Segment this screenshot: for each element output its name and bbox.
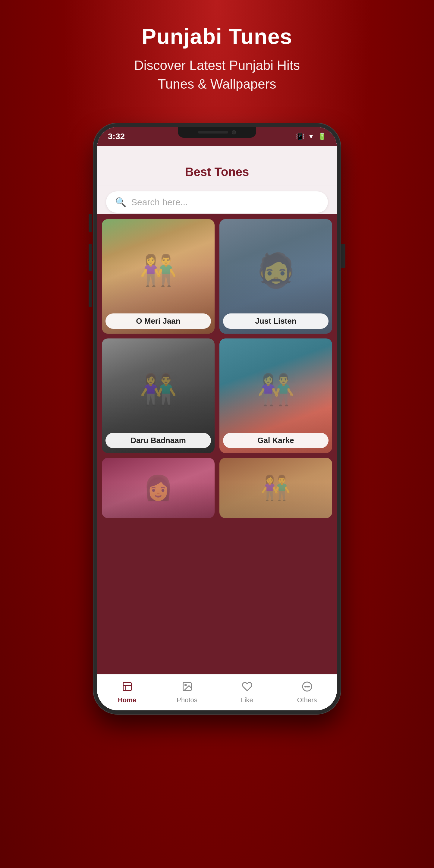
promo-header: Punjabi Tunes Discover Latest Punjabi Hi… (122, 0, 312, 111)
camera-dot (232, 130, 236, 134)
phone-content: 👫 O Meri Jaan (97, 214, 337, 674)
song-label-2: Just Listen (223, 313, 329, 329)
card-image-5: 👩 (102, 458, 215, 518)
song-label-4: Gal Karke (223, 433, 329, 448)
wifi-icon: ▼ (308, 133, 314, 141)
nav-label-others: Others (297, 696, 317, 704)
song-name-4: Gal Karke (257, 436, 294, 445)
phone-mockup: 3:32 📳 ▼ 🔋 Best Tones 🔍 Search here... (93, 123, 341, 720)
search-box[interactable]: 🔍 Search here... (106, 191, 328, 213)
song-card-1[interactable]: 👫 O Meri Jaan (102, 219, 215, 334)
status-time: 3:32 (108, 132, 125, 141)
app-bar: Best Tones (97, 146, 337, 185)
search-icon: 🔍 (115, 197, 126, 207)
speaker-bar (198, 131, 228, 133)
nav-item-others[interactable]: Others (277, 681, 337, 704)
song-name-1: O Meri Jaan (136, 316, 180, 326)
phone-screen: 3:32 📳 ▼ 🔋 Best Tones 🔍 Search here... (97, 127, 337, 710)
nav-item-home[interactable]: Home (97, 681, 157, 704)
song-card-4[interactable]: 👫 Gal Karke (219, 338, 332, 453)
photos-icon (182, 681, 193, 694)
nav-item-like[interactable]: Like (217, 681, 277, 704)
svg-rect-0 (123, 682, 131, 690)
songs-grid: 👫 O Meri Jaan (102, 219, 332, 518)
song-card-6[interactable]: 👫 (219, 458, 332, 518)
svg-point-7 (307, 686, 307, 687)
app-title: Punjabi Tunes (134, 24, 300, 49)
song-card-5[interactable]: 👩 (102, 458, 215, 518)
app-bar-title: Best Tones (185, 165, 249, 179)
status-icons: 📳 ▼ 🔋 (296, 133, 326, 141)
battery-icon: 🔋 (318, 133, 326, 141)
power-button (341, 244, 345, 268)
nav-label-home: Home (118, 696, 136, 704)
card-image-6: 👫 (219, 458, 332, 518)
song-name-3: Daru Badnaam (130, 436, 186, 445)
song-card-3[interactable]: 👫 Daru Badnaam (102, 338, 215, 453)
volume-silent-button (89, 214, 92, 232)
song-card-2[interactable]: 🧔 Just Listen (219, 219, 332, 334)
vibrate-icon: 📳 (296, 133, 304, 141)
volume-up-button (89, 244, 92, 271)
like-icon (242, 681, 253, 694)
svg-point-8 (308, 686, 309, 687)
nav-label-like: Like (241, 696, 253, 704)
svg-point-4 (185, 684, 186, 686)
phone-notch (178, 127, 256, 138)
app-subtitle: Discover Latest Punjabi HitsTunes & Wall… (134, 56, 300, 93)
others-icon (302, 681, 313, 694)
home-icon (122, 681, 133, 694)
content-inner: 👫 O Meri Jaan (97, 214, 337, 523)
song-label-1: O Meri Jaan (105, 313, 211, 329)
phone-frame: 3:32 📳 ▼ 🔋 Best Tones 🔍 Search here... (93, 123, 341, 714)
nav-label-photos: Photos (177, 696, 197, 704)
song-label-3: Daru Badnaam (105, 433, 211, 448)
bottom-nav: Home Photos (97, 674, 337, 710)
song-name-2: Just Listen (255, 316, 296, 326)
search-placeholder: Search here... (131, 197, 188, 207)
nav-item-photos[interactable]: Photos (157, 681, 217, 704)
volume-down-button (89, 280, 92, 307)
svg-point-6 (305, 686, 306, 687)
